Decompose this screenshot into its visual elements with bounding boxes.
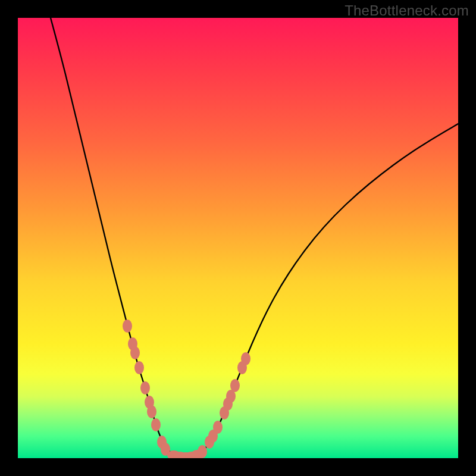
curve-marker (213, 421, 223, 434)
watermark-text: TheBottleneck.com (345, 2, 469, 19)
curve-marker (241, 352, 250, 365)
curve-marker (140, 381, 150, 394)
bottleneck-curve (51, 18, 458, 457)
chart-svg (18, 18, 458, 458)
curve-markers-right (198, 352, 250, 458)
curve-marker (151, 418, 161, 431)
curve-marker (123, 320, 132, 333)
curve-marker (130, 346, 140, 359)
curve-markers-left (123, 320, 170, 456)
curve-marker (134, 361, 144, 374)
chart-plot-area (18, 18, 458, 458)
curve-marker (230, 379, 240, 392)
curve-marker (147, 405, 156, 418)
curve-marker (198, 445, 207, 458)
